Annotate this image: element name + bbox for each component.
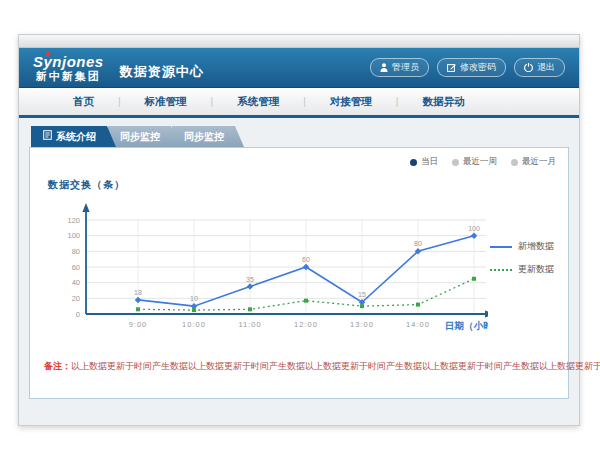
svg-text:10: 10 xyxy=(190,295,198,302)
chart-panel: 当日 最近一周 最近一月 数据交换（条） 0204060801001209:00… xyxy=(29,147,569,399)
svg-text:80: 80 xyxy=(72,247,80,256)
svg-text:12:00: 12:00 xyxy=(294,320,318,329)
chart-row: 0204060801001209:0010:0011:0012:0013:001… xyxy=(44,196,554,344)
svg-text:15: 15 xyxy=(358,291,366,298)
svg-text:40: 40 xyxy=(72,278,80,287)
svg-text:60: 60 xyxy=(302,256,310,263)
svg-text:18: 18 xyxy=(134,289,142,296)
svg-text:14:00: 14:00 xyxy=(406,320,430,329)
brand-name: Synjones xyxy=(33,54,104,69)
dotted-line-swatch xyxy=(490,269,512,271)
footnote-text: 以上数据更新于时间产生数据以上数据更新于时间产生数据以上数据更新于时间产生数据以… xyxy=(71,361,600,371)
nav-item-standard-mgmt[interactable]: 标准管理 xyxy=(121,95,211,109)
user-icon xyxy=(380,63,388,72)
radio-dot xyxy=(452,159,459,166)
nav-item-system-mgmt[interactable]: 系统管理 xyxy=(213,95,303,109)
svg-text:60: 60 xyxy=(72,263,80,272)
page-title: 数据资源中心 xyxy=(120,63,204,81)
solid-line-swatch xyxy=(490,246,512,248)
svg-text:20: 20 xyxy=(72,294,80,303)
svg-text:120: 120 xyxy=(67,216,80,225)
legend-item-updated-data[interactable]: 更新数据 xyxy=(490,263,554,276)
brand-logo: Synjones 新中新集团 xyxy=(33,54,104,82)
y-axis-title: 数据交换（条） xyxy=(48,178,554,192)
nav-item-data-change[interactable]: 数据异动 xyxy=(398,95,488,109)
svg-text:11:00: 11:00 xyxy=(238,320,261,329)
footnote: 备注：以上数据更新于时间产生数据以上数据更新于时间产生数据以上数据更新于时间产生… xyxy=(44,360,554,373)
nav-item-home[interactable]: 首页 xyxy=(49,95,118,109)
svg-text:35: 35 xyxy=(246,276,254,283)
tab-sync-monitor-2[interactable]: 同步监控 xyxy=(172,126,244,147)
svg-text:80: 80 xyxy=(414,240,422,247)
edit-icon xyxy=(447,63,456,72)
svg-text:13:00: 13:00 xyxy=(350,320,374,329)
tab-system-intro[interactable]: 系统介绍 xyxy=(31,126,116,147)
change-password-button[interactable]: 修改密码 xyxy=(437,58,506,77)
admin-user-button[interactable]: 管理员 xyxy=(370,58,429,77)
svg-text:100: 100 xyxy=(468,225,480,232)
nav-item-interface-mgmt[interactable]: 对接管理 xyxy=(306,95,396,109)
tab-sync-monitor-1[interactable]: 同步监控 xyxy=(108,126,180,147)
svg-text:9:00: 9:00 xyxy=(129,320,148,329)
filter-option-last-week[interactable]: 最近一周 xyxy=(452,156,497,168)
tab-bar: 系统介绍 同步监控 同步监控 xyxy=(31,126,569,147)
power-icon xyxy=(524,63,533,72)
window-top-strip xyxy=(19,35,579,48)
radio-dot xyxy=(410,159,417,166)
content-area: 系统介绍 同步监控 同步监控 当日 最近一周 xyxy=(19,118,579,425)
svg-text:10:00: 10:00 xyxy=(182,320,206,329)
app-window: Synjones 新中新集团 数据资源中心 管理员 修改密码 退出 首页 | 标… xyxy=(18,34,580,426)
filter-option-last-month[interactable]: 最近一月 xyxy=(511,156,556,168)
app-header: Synjones 新中新集团 数据资源中心 管理员 修改密码 退出 xyxy=(19,48,579,88)
brand-subtitle: 新中新集团 xyxy=(33,71,104,82)
time-range-filter-group: 当日 最近一周 最近一月 xyxy=(410,156,556,168)
svg-text:0: 0 xyxy=(76,310,80,319)
svg-text:100: 100 xyxy=(67,231,80,240)
main-nav: 首页 | 标准管理 | 系统管理 | 对接管理 | 数据异动 xyxy=(19,88,579,118)
footnote-label: 备注： xyxy=(44,361,71,371)
line-chart: 0204060801001209:0010:0011:0012:0013:001… xyxy=(44,196,488,344)
logout-button[interactable]: 退出 xyxy=(514,58,565,77)
document-icon xyxy=(43,126,52,147)
svg-text:日期（小时）: 日期（小时） xyxy=(445,320,488,332)
chart-legend: 新增数据 更新数据 xyxy=(490,240,554,276)
radio-dot xyxy=(511,159,518,166)
filter-option-today[interactable]: 当日 xyxy=(410,156,438,168)
legend-item-new-data[interactable]: 新增数据 xyxy=(490,240,554,253)
